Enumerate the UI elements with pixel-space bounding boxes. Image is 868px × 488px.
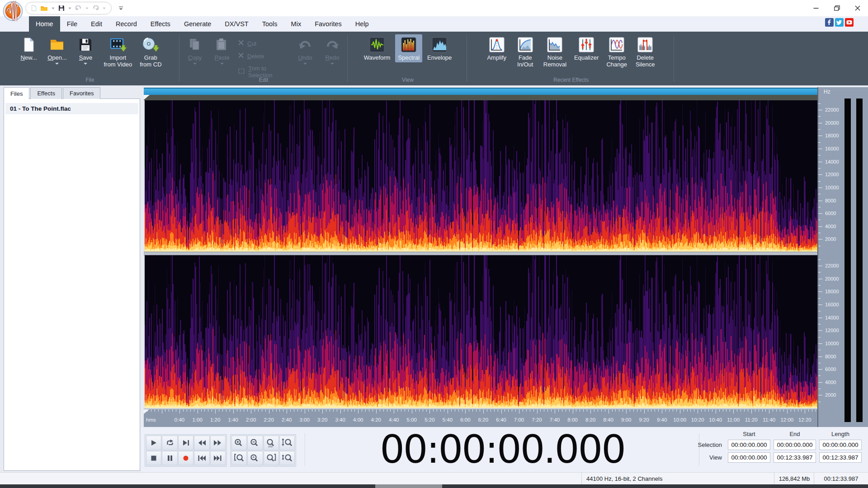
time-tick [383,409,384,412]
menu-tab-tools[interactable]: Tools [255,16,284,32]
zoom-in-button[interactable] [231,436,247,450]
file-list-item[interactable]: 01 - To The Point.flac [5,103,138,114]
time-field-selection-end[interactable]: 00:00:00.000 [774,440,816,450]
loop-button[interactable] [162,436,177,450]
minimize-button[interactable] [806,0,826,16]
go-to-end-button[interactable] [210,451,226,466]
menu-tab-help[interactable]: Help [349,16,376,32]
zoom-to-selection-button[interactable] [247,451,263,466]
amplify-icon [489,35,505,54]
selection-start-marker[interactable] [144,95,150,100]
save-dropdown-icon[interactable] [67,7,72,9]
open-button[interactable]: Open... [44,34,70,68]
customize-toolbar-icon[interactable] [118,5,123,13]
equalizer-button[interactable]: Equalizer [571,34,601,62]
time-tick [330,409,330,412]
time-tick [669,409,670,412]
fade-in-out-button[interactable]: Fade In/Out [512,34,538,69]
youtube-icon[interactable] [845,18,854,28]
menu-tab-file[interactable]: File [60,16,84,32]
time-tick [676,409,677,412]
paste-button: Paste [209,34,235,68]
time-tick-label: 3:00 [295,417,315,422]
view-start-marker[interactable] [144,409,149,414]
grab-from-cd-button[interactable]: Grab from CD [137,34,164,69]
maximize-button[interactable] [826,0,847,16]
new-button[interactable]: New... [15,34,42,62]
rewind-button[interactable] [194,436,209,450]
sidebar-tab-files[interactable]: Files [4,87,29,99]
facebook-icon[interactable] [825,18,834,28]
open-quick-icon[interactable] [39,5,49,11]
time-tick [748,409,748,412]
time-field-view-end[interactable]: 00:12:33.987 [774,452,816,463]
close-button[interactable] [847,0,868,16]
sidebar-tab-effects[interactable]: Effects [30,87,62,99]
time-field-view-length[interactable]: 00:12:33.987 [819,452,862,463]
time-tick [698,409,698,413]
menu-tab-effects[interactable]: Effects [144,16,177,32]
zoom-out-button[interactable] [247,436,263,450]
time-tick [633,409,634,412]
amplify-button[interactable]: Amplify [484,34,510,62]
noise-removal-button[interactable]: Noise Removal [541,34,569,69]
menu-tab-edit[interactable]: Edit [84,16,109,32]
menu-tab-mix[interactable]: Mix [284,16,308,32]
time-tick [526,409,527,412]
zoom-selection-left-button[interactable] [231,451,247,466]
menu-tab-dx-vst[interactable]: DX/VST [218,16,255,32]
selection-marker-strip[interactable] [144,95,817,100]
channel-separator[interactable] [144,252,817,255]
freq-tick [818,181,821,182]
save-quick-icon[interactable] [57,5,66,11]
time-tick [219,409,219,412]
twitter-icon[interactable] [835,18,844,28]
fast-forward-button[interactable] [210,436,226,450]
freq-tick [818,246,821,246]
spectrogram-channel-1[interactable] [144,100,817,252]
delete-silence-button[interactable]: Delete Silence [632,34,658,69]
horizontal-scrollbar[interactable] [144,88,817,95]
menu-tab-favorites[interactable]: Favorites [308,16,349,32]
freq-tick-label: 16000 [825,146,839,151]
time-tick [533,409,534,412]
stop-button[interactable] [146,451,161,466]
menu-tab-record[interactable]: Record [109,16,144,32]
waveform-button[interactable]: Waveform [361,34,393,62]
freq-tick [818,188,822,188]
open-dropdown-icon[interactable] [51,7,56,9]
time-tick [433,409,434,412]
sidebar-tab-favorites[interactable]: Favorites [63,87,100,99]
pause-button[interactable] [162,451,177,466]
go-to-start-button[interactable] [194,451,209,466]
time-tick [394,409,394,413]
time-ruler[interactable]: hms 0:401:001:201:402:002:202:403:003:20… [144,408,817,427]
import-from-video-button[interactable]: Import from Video [101,34,135,69]
spectral-button[interactable]: Spectral [395,34,422,62]
zoom-100-button[interactable]: 100 [264,436,279,450]
time-field-selection-start[interactable]: 00:00:00.000 [728,440,770,450]
freq-tick [818,103,821,104]
new-file-icon [21,35,36,54]
zoom-vertical-in-button[interactable] [279,436,295,450]
menu-tab-generate[interactable]: Generate [177,16,218,32]
quick-access-toolbar [25,2,112,14]
time-field-view-start[interactable]: 00:00:00.000 [728,452,770,463]
time-tick [812,409,812,412]
record-button[interactable] [178,451,193,466]
app-logo[interactable] [3,1,23,21]
save-button[interactable]: Save [72,34,99,68]
time-tick [183,409,184,412]
play-button[interactable] [146,436,161,450]
zoom-vertical-out-button[interactable] [279,451,295,466]
zoom-selection-right-button[interactable] [264,451,279,466]
freq-tick-label: 6000 [825,211,836,216]
play-to-end-button[interactable] [178,436,193,450]
menu-tab-home[interactable]: Home [29,16,60,32]
time-field-selection-length[interactable]: 00:00:00.000 [819,440,862,450]
time-tick [362,409,362,412]
envelope-button[interactable]: Envelope [425,34,454,62]
new-quick-icon[interactable] [30,5,38,11]
spectrogram-channel-2[interactable] [144,255,817,408]
tempo-change-button[interactable]: Tempo Change [604,34,630,69]
